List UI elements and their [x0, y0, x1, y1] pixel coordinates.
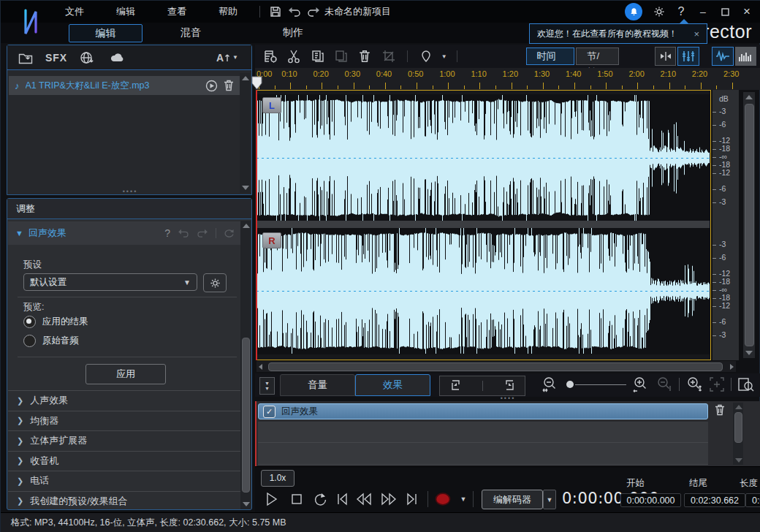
menu-file[interactable]: 文件 [49, 1, 100, 23]
adjust-section-item[interactable]: ❯人声效果 [8, 390, 242, 411]
effects-scrollbar[interactable] [733, 403, 743, 465]
scroll-down-icon[interactable] [745, 351, 753, 355]
tab-mix[interactable]: 混音 [158, 24, 224, 41]
help-icon[interactable]: ? [672, 3, 691, 20]
radio-original-audio[interactable]: 原始音频 [23, 335, 79, 347]
timecode-toggle[interactable]: 时间码 [526, 48, 575, 65]
echo-effect-section-header[interactable]: ▼ 回声效果 ? [8, 221, 242, 245]
tab-volume[interactable]: 音量 [280, 374, 355, 396]
adjust-section-item[interactable]: ❯收音机 [8, 451, 242, 471]
zoom-slider-handle[interactable] [566, 381, 574, 388]
marker-dropdown-icon[interactable]: ▼ [438, 47, 449, 66]
scroll-up-icon[interactable] [735, 405, 742, 409]
preview-play-icon[interactable] [205, 80, 218, 92]
tab-edit[interactable]: 编辑 [69, 24, 142, 42]
horizontal-scrollbar[interactable] [256, 361, 736, 372]
zoom-slider[interactable] [565, 379, 626, 390]
waveform-scrollbar[interactable] [743, 92, 755, 358]
collapse-panel-button[interactable]: ▼▼ [259, 377, 275, 395]
mixer-sliders-icon[interactable] [677, 47, 699, 66]
tooltip-close-icon[interactable]: × [691, 28, 702, 39]
spectrum-view-icon[interactable] [735, 47, 756, 66]
adjust-duration-icon[interactable] [259, 47, 281, 66]
panel-resize-grip[interactable]: •••• [108, 188, 152, 195]
playback-speed-button[interactable]: 1.0x [261, 470, 294, 487]
adjust-scrollbar[interactable] [240, 221, 251, 509]
scroll-left-icon[interactable] [259, 364, 262, 370]
zoom-out-horizontal-icon[interactable] [542, 376, 559, 393]
import-media-icon[interactable] [13, 48, 38, 67]
tab-produce[interactable]: 制作 [260, 24, 326, 41]
left-channel-badge[interactable]: L [262, 97, 281, 113]
sfx-library-icon[interactable]: SFX [44, 48, 69, 67]
redo-icon[interactable] [304, 2, 323, 21]
go-to-start-button[interactable] [332, 490, 352, 509]
scroll-down-icon[interactable] [735, 458, 742, 463]
undo-icon[interactable] [285, 2, 304, 21]
loop-button[interactable] [311, 490, 330, 509]
menu-edit[interactable]: 编辑 [100, 1, 151, 23]
save-icon[interactable] [266, 2, 285, 21]
effect-reset-icon[interactable] [224, 229, 235, 238]
effect-redo-icon[interactable] [197, 229, 208, 238]
tab-effects[interactable]: 效果 [355, 374, 430, 396]
scroll-down-icon[interactable] [242, 186, 249, 190]
stop-button[interactable] [287, 490, 306, 509]
close-button[interactable]: × [737, 3, 756, 20]
apply-button[interactable]: 应用 [86, 364, 166, 384]
copy-icon[interactable] [307, 47, 329, 66]
radio-applied-result[interactable]: 应用的结果 [23, 316, 88, 328]
menu-view[interactable]: 查看 [151, 1, 202, 23]
scroll-up-icon[interactable] [242, 76, 249, 80]
library-scrollbar[interactable] [240, 73, 250, 193]
fit-selection-icon[interactable] [655, 47, 676, 66]
delete-file-icon[interactable] [224, 80, 234, 91]
zoom-in-vertical-icon[interactable] [685, 376, 703, 393]
adjust-section-item[interactable]: ❯电话 [8, 471, 242, 491]
record-options-icon[interactable]: ▼ [458, 490, 468, 509]
codec-button[interactable]: 编解码器 [482, 490, 543, 509]
waveform-canvas[interactable] [256, 91, 710, 360]
right-channel-badge[interactable]: R [262, 232, 281, 248]
preset-dropdown[interactable]: 默认设置 ▼ [23, 273, 197, 291]
waveform-view-icon[interactable] [712, 47, 733, 66]
scroll-down-icon[interactable] [243, 502, 250, 506]
delete-icon[interactable] [354, 47, 376, 66]
delete-effect-icon[interactable] [715, 404, 725, 416]
effect-help-icon[interactable]: ? [164, 227, 170, 239]
adjust-section-item[interactable]: ❯均衡器 [8, 411, 242, 431]
effect-enabled-checkbox[interactable]: ✓ [263, 406, 276, 418]
waveform-display[interactable] [256, 90, 711, 360]
scroll-up-icon[interactable] [243, 224, 250, 228]
cut-icon[interactable] [283, 47, 305, 66]
paste-icon[interactable] [330, 47, 352, 66]
fit-to-window-icon[interactable] [709, 376, 725, 392]
adjust-section-item[interactable]: ❯立体声扩展器 [8, 430, 242, 451]
end-time-field[interactable]: 0:02:30.662 [684, 493, 745, 507]
scroll-right-icon[interactable] [730, 364, 734, 370]
scroll-thumb[interactable] [734, 412, 742, 443]
effect-undo-icon[interactable] [178, 229, 189, 238]
timeline-ruler[interactable]: 0:000:100:200:300:400:501:001:101:201:30… [255, 68, 760, 90]
codec-dropdown-icon[interactable]: ▼ [543, 490, 556, 509]
zoom-in-horizontal-icon[interactable] [632, 376, 650, 393]
go-to-end-button[interactable] [403, 490, 422, 509]
rewind-button[interactable] [354, 490, 373, 509]
beats-toggle[interactable]: 节/拍 [576, 48, 618, 65]
fast-forward-button[interactable] [379, 490, 398, 509]
adjust-section-item[interactable]: ❯我创建的预设/效果组合 [8, 491, 242, 512]
scroll-thumb[interactable] [242, 338, 250, 493]
effect-row-echo[interactable]: ✓ 回声效果 [258, 403, 708, 419]
add-keyframe-out-icon[interactable] [501, 379, 516, 392]
sort-order-button[interactable]: A ▼ [216, 52, 246, 64]
length-time-field[interactable]: 0:02:30.662 [745, 493, 760, 507]
crop-icon[interactable] [377, 47, 399, 66]
download-from-web-icon[interactable] [75, 48, 99, 67]
marker-icon[interactable] [415, 47, 437, 66]
menu-help[interactable]: 帮助 [202, 1, 254, 23]
minimize-button[interactable]: – [694, 3, 712, 20]
zoom-to-selection-icon[interactable] [737, 376, 755, 392]
add-keyframe-in-icon[interactable] [449, 379, 464, 392]
scroll-thumb[interactable] [268, 362, 723, 371]
notification-bell-icon[interactable] [625, 3, 642, 20]
